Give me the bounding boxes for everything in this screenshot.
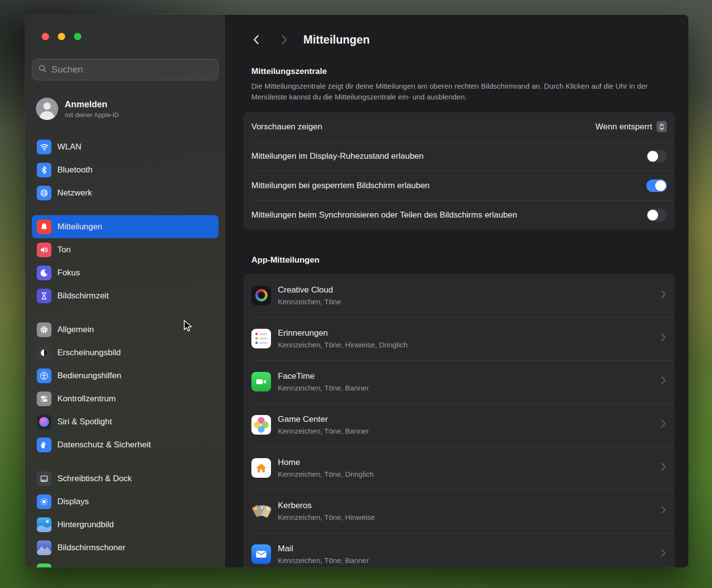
popup-stepper-icon — [657, 121, 667, 132]
kerberos-icon — [251, 501, 271, 521]
search-icon — [38, 64, 47, 75]
app-notifications-heading: App-Mitteilungen — [251, 255, 675, 265]
notification-center-description: Die Mitteilungszentrale zeigt dir deine … — [251, 81, 670, 102]
sidebar-item-ton[interactable]: Ton — [32, 238, 219, 261]
home-icon — [251, 458, 271, 478]
main-panel: Mitteilungen Mitteilungszentrale Die Mit… — [226, 15, 688, 567]
back-button[interactable] — [249, 35, 262, 45]
appearance-icon — [37, 345, 51, 360]
sidebar-item-displays[interactable]: Displays — [32, 490, 219, 513]
hand-icon — [37, 438, 51, 452]
hourglass-icon — [37, 289, 51, 303]
sidebar-item-siri-spotlight[interactable]: Siri & Spotlight — [32, 410, 219, 433]
search-input[interactable] — [51, 64, 212, 75]
sidebar-item-mitteilungen[interactable]: Mitteilungen — [32, 215, 219, 238]
wifi-icon — [37, 140, 51, 154]
speaker-icon — [37, 243, 51, 257]
chevron-right-icon — [661, 376, 667, 387]
sidebar-item-partial[interactable] — [32, 559, 219, 567]
window-controls — [32, 32, 219, 40]
account-subtitle: mit deiner Apple-ID — [65, 111, 119, 119]
toggle-lock-screen[interactable] — [646, 179, 667, 192]
notification-center-heading: Mitteilungszentrale — [251, 67, 675, 76]
bluetooth-icon — [37, 163, 51, 177]
chevron-right-icon — [661, 463, 667, 473]
popup-selected-value: Wenn entsperrt — [595, 122, 652, 132]
row-vorschauen-zeigen: Vorschauen zeigen Wenn entsperrt — [244, 112, 675, 142]
settings-content: Mitteilungszentrale Die Mitteilungszentr… — [226, 67, 688, 567]
account-name: Anmelden — [65, 99, 119, 110]
app-row-home[interactable]: Home Kennzeichen, Töne, Dringlich — [244, 446, 675, 490]
show-previews-popup[interactable]: Wenn entsperrt — [595, 121, 667, 132]
sidebar-item-bedienungshilfen[interactable]: Bedienungshilfen — [32, 364, 219, 387]
forward-button[interactable] — [278, 35, 291, 45]
zoom-window-button[interactable] — [74, 33, 81, 40]
notification-center-card: Vorschauen zeigen Wenn entsperrt Mitteil… — [244, 112, 675, 230]
app-notifications-card: Creative Cloud Kennzeichen, Töne — [244, 274, 675, 568]
creative-cloud-icon — [251, 286, 271, 305]
sidebar-item-bildschirmschoner[interactable]: Bildschirmschoner — [32, 536, 219, 559]
sidebar-item-fokus[interactable]: Fokus — [32, 261, 219, 284]
mail-icon — [251, 544, 271, 564]
app-row-kerberos[interactable]: Kerberos Kennzeichen, Töne, Hinweise — [244, 490, 675, 533]
chevron-right-icon — [661, 506, 667, 516]
sidebar-item-wlan[interactable]: WLAN — [32, 135, 219, 158]
sidebar-group-general: Allgemein Erscheinungsbild Bedienungshil… — [32, 318, 219, 456]
bell-icon — [37, 220, 51, 234]
gear-icon — [37, 322, 51, 337]
system-settings-window: Anmelden mit deiner Apple-ID WLAN Blueto… — [25, 15, 688, 567]
sidebar-group-notifications: Mitteilungen Ton Fokus Bildschirmzeit — [32, 215, 219, 307]
toggle-display-sleep[interactable] — [646, 150, 667, 163]
apple-id-signin[interactable]: Anmelden mit deiner Apple-ID — [32, 95, 219, 122]
page-title: Mitteilungen — [303, 33, 369, 47]
reminders-icon — [251, 329, 271, 348]
sidebar: Anmelden mit deiner Apple-ID WLAN Blueto… — [25, 15, 226, 567]
siri-icon — [37, 415, 51, 429]
facetime-icon — [251, 372, 271, 392]
chevron-right-icon — [661, 333, 667, 343]
app-row-mail[interactable]: Mail Kennzeichen, Töne, Banner — [244, 533, 675, 568]
sidebar-item-bluetooth[interactable]: Bluetooth — [32, 158, 219, 181]
accessibility-icon — [37, 368, 51, 383]
moon-icon — [37, 266, 51, 280]
row-lock-screen: Mitteilungen bei gesperrtem Bildschirm e… — [244, 171, 675, 200]
chevron-right-icon — [661, 419, 667, 430]
app-row-facetime[interactable]: FaceTime Kennzeichen, Töne, Banner — [244, 360, 675, 403]
search-field[interactable] — [32, 59, 219, 80]
chevron-right-icon — [661, 290, 667, 300]
mouse-cursor — [181, 319, 194, 335]
sidebar-item-datenschutz[interactable]: Datenschutz & Sicherheit — [32, 433, 219, 456]
sidebar-group-network: WLAN Bluetooth Netzwerk — [32, 135, 219, 204]
control-center-icon — [37, 392, 51, 406]
sidebar-item-hintergrundbild[interactable]: Hintergrundbild — [32, 513, 219, 536]
wallpaper-icon — [37, 517, 51, 532]
sidebar-item-kontrollzentrum[interactable]: Kontrollzentrum — [32, 387, 219, 410]
chevron-right-icon — [661, 549, 667, 559]
screensaver-icon — [37, 540, 51, 555]
sidebar-item-bildschirmzeit[interactable]: Bildschirmzeit — [32, 284, 219, 307]
close-window-button[interactable] — [42, 33, 49, 40]
toggle-screen-sharing[interactable] — [646, 209, 667, 221]
minimize-window-button[interactable] — [58, 33, 65, 40]
app-row-erinnerungen[interactable]: Erinnerungen Kennzeichen, Töne, Hinweise… — [244, 317, 675, 360]
row-screen-sharing: Mitteilungen beim Synchronisieren oder T… — [244, 200, 675, 230]
sidebar-item-schreibtisch-dock[interactable]: Schreibtisch & Dock — [32, 467, 219, 490]
main-header: Mitteilungen — [226, 15, 688, 50]
avatar — [36, 98, 58, 120]
sidebar-item-erscheinungsbild[interactable]: Erscheinungsbild — [32, 341, 219, 364]
sidebar-group-desktop: Schreibtisch & Dock Displays Hintergrund… — [32, 467, 219, 567]
app-row-creative-cloud[interactable]: Creative Cloud Kennzeichen, Töne — [244, 274, 675, 317]
desktop-dock-icon — [37, 471, 51, 486]
row-display-sleep: Mitteilungen im Display-Ruhezustand erla… — [244, 142, 675, 171]
globe-icon — [37, 186, 51, 200]
sidebar-item-netzwerk[interactable]: Netzwerk — [32, 181, 219, 204]
app-row-game-center[interactable]: Game Center Kennzeichen, Töne, Banner — [244, 403, 675, 446]
game-center-icon — [251, 415, 271, 435]
brightness-icon — [37, 494, 51, 509]
battery-icon — [37, 564, 51, 568]
